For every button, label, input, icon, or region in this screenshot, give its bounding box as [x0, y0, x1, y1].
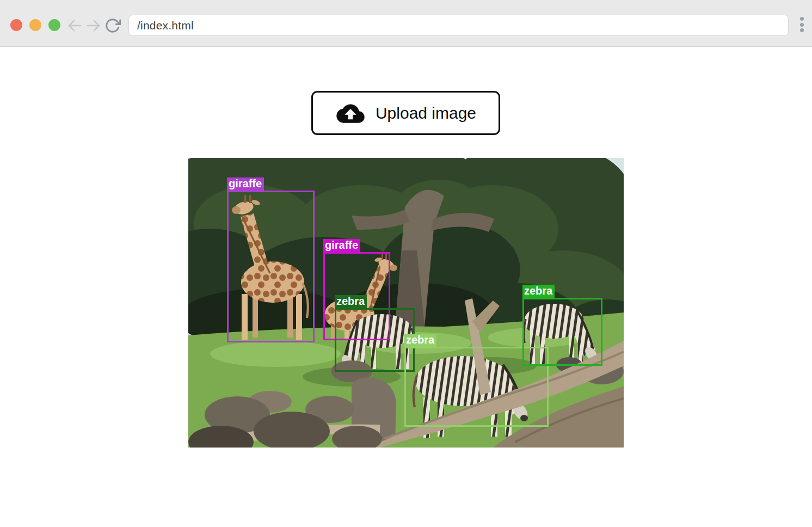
detections-layer: giraffegiraffezebrazebrazebra: [188, 158, 624, 448]
detection-label: giraffe: [227, 177, 264, 191]
reload-icon[interactable]: [104, 17, 121, 34]
detection-label: zebra: [335, 295, 367, 308]
upload-image-button[interactable]: Upload image: [311, 91, 500, 135]
detection-label: zebra: [404, 334, 436, 347]
detection-box: zebra: [335, 308, 415, 372]
detection-box: giraffe: [227, 191, 315, 342]
url-text: /index.html: [137, 19, 194, 32]
close-window-button[interactable]: [10, 19, 22, 31]
forward-arrow-icon[interactable]: [85, 17, 102, 34]
address-bar[interactable]: /index.html: [128, 15, 789, 36]
window-controls: [10, 19, 60, 31]
back-arrow-icon[interactable]: [66, 17, 83, 34]
detection-label: zebra: [522, 285, 555, 298]
kebab-menu-icon[interactable]: [797, 16, 807, 33]
cloud-upload-icon: [335, 101, 366, 125]
zoom-window-button[interactable]: [48, 19, 60, 31]
detection-box: zebra: [522, 298, 602, 366]
browser-toolbar: /index.html: [0, 0, 812, 47]
detection-label: giraffe: [323, 239, 360, 252]
nav-controls: [66, 17, 121, 34]
uploaded-image-preview: giraffegiraffezebrazebrazebra: [188, 158, 624, 448]
upload-button-label: Upload image: [376, 104, 476, 122]
minimize-window-button[interactable]: [29, 19, 41, 31]
